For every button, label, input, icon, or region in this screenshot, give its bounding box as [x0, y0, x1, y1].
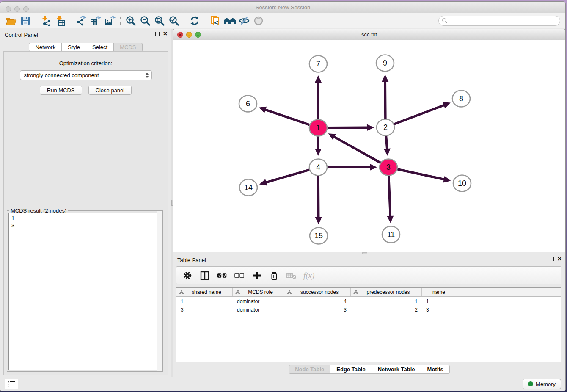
- cell-successor-nodes[interactable]: 4: [284, 298, 351, 305]
- graph-edge-arrowhead: [387, 216, 394, 223]
- import-table-icon[interactable]: [53, 14, 68, 27]
- graph-node-label: 3: [386, 163, 391, 171]
- toolbar-separator: [120, 14, 121, 28]
- memory-status-icon: [528, 381, 533, 386]
- export-network-icon[interactable]: [74, 14, 88, 27]
- graph-node-4[interactable]: 4: [309, 159, 327, 176]
- cell-mcds-role[interactable]: dominator: [233, 298, 284, 305]
- graph-node-14[interactable]: 14: [239, 179, 257, 196]
- column-header-predecessor-nodes[interactable]: predecessor nodes: [351, 288, 422, 296]
- graph-edge-2-3[interactable]: [386, 136, 387, 149]
- table-row[interactable]: 1 dominator 4 1 1: [176, 298, 561, 305]
- graph-node-label: 6: [246, 99, 250, 108]
- tab-edge-table[interactable]: Edge Table: [330, 365, 372, 374]
- zoom-in-icon[interactable]: [124, 14, 138, 27]
- cell-shared-name[interactable]: 1: [176, 298, 233, 305]
- export-table-icon[interactable]: [88, 14, 103, 27]
- table-row[interactable]: 3 dominator 3 2 3: [176, 307, 561, 314]
- cell-name[interactable]: 3: [422, 307, 457, 314]
- graph-edge-arrowhead: [315, 217, 322, 224]
- graph-node-3[interactable]: 3: [380, 159, 397, 176]
- close-panel-icon[interactable]: ✕: [163, 32, 168, 36]
- table-settings-icon[interactable]: [182, 270, 193, 281]
- tab-network[interactable]: Network: [29, 43, 62, 52]
- column-header-mcds-role[interactable]: MCDS role: [233, 288, 284, 296]
- control-panel-header: Control Panel ✕: [0, 29, 171, 41]
- add-column-icon[interactable]: [251, 270, 262, 281]
- network-canvas[interactable]: 7968124314101511: [173, 40, 565, 252]
- graph-node-2[interactable]: 2: [377, 119, 394, 136]
- network-graph: 7968124314101511: [173, 40, 565, 252]
- graph-node-15[interactable]: 15: [310, 228, 328, 244]
- float-panel-icon[interactable]: [155, 32, 160, 36]
- clone-network-icon[interactable]: [208, 14, 223, 27]
- graph-edge-1-6[interactable]: [265, 110, 310, 125]
- column-header-name[interactable]: name: [422, 288, 457, 296]
- graph-node-label: 8: [459, 94, 463, 103]
- search-box[interactable]: [438, 16, 560, 26]
- float-table-panel-icon[interactable]: [550, 257, 554, 261]
- graph-edge-3-11[interactable]: [389, 176, 391, 217]
- column-header-successor-nodes[interactable]: successor nodes: [284, 288, 351, 296]
- graph-edge-3-1[interactable]: [334, 137, 381, 163]
- tab-select[interactable]: Select: [86, 43, 114, 52]
- search-icon: [442, 18, 448, 24]
- graph-edge-2-9[interactable]: [385, 81, 385, 119]
- graph-edge-4-14[interactable]: [265, 170, 310, 182]
- node-table[interactable]: shared name MCDS role successor nodes pr…: [176, 287, 561, 362]
- graph-node-8[interactable]: 8: [452, 91, 470, 107]
- graph-node-label: 4: [316, 163, 320, 171]
- graph-node-1[interactable]: 1: [309, 120, 327, 136]
- zoom-fit-icon[interactable]: [152, 14, 167, 27]
- graph-edge-arrowhead: [259, 179, 267, 185]
- search-input[interactable]: [448, 17, 560, 25]
- tab-mcds[interactable]: MCDS: [114, 43, 142, 52]
- show-home-panels-icon[interactable]: [223, 14, 237, 27]
- cell-mcds-role[interactable]: dominator: [233, 307, 284, 314]
- cell-name[interactable]: 1: [422, 298, 457, 305]
- cell-predecessor-nodes[interactable]: 1: [351, 298, 422, 305]
- deselect-all-columns-icon[interactable]: [234, 270, 245, 281]
- cell-successor-nodes[interactable]: 3: [284, 307, 351, 314]
- save-session-icon[interactable]: [18, 14, 33, 27]
- column-header-shared-name[interactable]: shared name: [176, 288, 233, 296]
- tab-network-table[interactable]: Network Table: [372, 365, 421, 374]
- graph-edge-4-15[interactable]: [318, 176, 319, 218]
- delete-column-icon[interactable]: [269, 270, 280, 281]
- toolbar-separator: [205, 14, 205, 28]
- tab-motifs[interactable]: Motifs: [421, 365, 450, 374]
- list-icon: [8, 381, 15, 387]
- graph-node-7[interactable]: 7: [309, 56, 327, 72]
- cell-predecessor-nodes[interactable]: 2: [351, 307, 422, 314]
- graph-node-9[interactable]: 9: [376, 55, 394, 72]
- refresh-icon[interactable]: [187, 14, 202, 27]
- zoom-selected-icon[interactable]: [167, 14, 181, 27]
- result-scrollbar[interactable]: [157, 211, 162, 371]
- select-all-columns-icon[interactable]: [217, 270, 228, 281]
- column-layout-icon[interactable]: [199, 270, 210, 281]
- export-image-icon[interactable]: [103, 14, 117, 27]
- graph-edge-3-10[interactable]: [397, 169, 445, 179]
- criterion-dropdown[interactable]: strongly connected component: [20, 70, 152, 80]
- run-mcds-button[interactable]: Run MCDS: [40, 86, 82, 95]
- mcds-result-text[interactable]: 1 3: [8, 213, 161, 370]
- task-history-button[interactable]: [5, 379, 18, 389]
- open-file-icon[interactable]: [4, 14, 18, 27]
- tab-style[interactable]: Style: [62, 43, 86, 52]
- tab-node-table[interactable]: Node Table: [289, 365, 330, 374]
- graph-edge-2-8[interactable]: [394, 105, 445, 124]
- criterion-value: strongly connected component: [24, 72, 99, 78]
- cell-shared-name[interactable]: 3: [176, 307, 233, 314]
- close-panel-button[interactable]: Close panel: [88, 86, 132, 95]
- close-table-panel-icon[interactable]: ✕: [557, 257, 562, 261]
- graph-node-6[interactable]: 6: [239, 96, 257, 112]
- hide-panels-eye-icon[interactable]: [237, 14, 251, 27]
- graph-edge-1-2[interactable]: [327, 127, 368, 128]
- graph-node-label: 14: [244, 183, 253, 192]
- graph-node-10[interactable]: 10: [453, 175, 471, 192]
- import-network-icon[interactable]: [39, 14, 53, 27]
- memory-button[interactable]: Memory: [523, 379, 561, 389]
- network-window-titlebar[interactable]: ✕ − + scc.txt: [173, 29, 565, 40]
- graph-node-11[interactable]: 11: [382, 226, 400, 243]
- zoom-out-icon[interactable]: [138, 14, 152, 27]
